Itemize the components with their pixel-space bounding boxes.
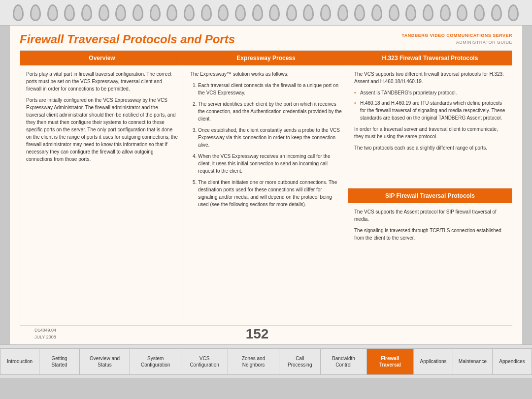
spiral-ring — [320, 4, 331, 21]
nav-getting-started[interactable]: Getting Started — [39, 348, 80, 375]
spiral-ring — [99, 4, 109, 21]
step-4: When the VCS Expressway receives an inco… — [198, 153, 342, 175]
sip-header: SIP Firewall Traversal Protocols — [348, 188, 512, 203]
bottom-nav: Introduction Getting Started Overview an… — [0, 344, 532, 378]
expressway-intro: The Expressway™ solution works as follow… — [190, 70, 342, 78]
spiral-ring — [64, 4, 75, 21]
h323-bullet-1: Assent is TANDBERG's proprietary protoco… — [354, 89, 506, 96]
nav-call-processing[interactable]: Call Processing — [279, 348, 321, 375]
doc-date: JULY 2008 — [34, 334, 56, 341]
sip-para-2: The signaling is traversed through TCP/T… — [354, 227, 506, 242]
h323-bullet-2: H.460.18 and H.460.19 are ITU standards … — [354, 99, 506, 122]
step-1: Each traversal client connects via the f… — [198, 82, 342, 96]
nav-overview-status[interactable]: Overview and Status — [80, 348, 130, 375]
overview-header: Overview — [20, 51, 184, 65]
spiral-ring — [218, 4, 229, 21]
spiral-ring — [389, 4, 399, 21]
nav-applications[interactable]: Applications — [414, 348, 453, 375]
sip-section: SIP Firewall Traversal Protocols The VCS… — [348, 188, 512, 326]
expressway-column: Expressway Process The Expressway™ solut… — [184, 50, 348, 326]
spiral-ring — [286, 4, 297, 21]
spiral-ring — [235, 4, 246, 21]
nav-zones-neighbors[interactable]: Zones and Neighbors — [228, 348, 280, 375]
spiral-ring — [508, 4, 519, 21]
spiral-ring — [371, 4, 382, 21]
step-5: The client then initiates one or more ou… — [198, 179, 342, 208]
expressway-steps: Each traversal client connects via the f… — [190, 82, 342, 208]
spiral-ring — [423, 4, 433, 21]
h323-header: H.323 Firewall Traversal Protocols — [348, 51, 512, 65]
page-footer: D14049.04 JULY 2008 152 — [20, 326, 512, 341]
spiral-ring — [115, 4, 126, 21]
nav-vcs-configuration[interactable]: VCS Configuration — [181, 348, 228, 375]
sip-body: The VCS supports the Assent protocol for… — [348, 203, 512, 250]
overview-column: Overview Ports play a vital part in fire… — [20, 50, 184, 326]
page-content: Firewall Traversal Protocols and Ports T… — [10, 26, 522, 344]
overview-para-1: Ports play a vital part in firewall trav… — [26, 70, 178, 92]
sip-para-1: The VCS supports the Assent protocol for… — [354, 208, 506, 223]
spiral-ring — [184, 4, 195, 21]
overview-body: Ports play a vital part in firewall trav… — [20, 65, 184, 172]
spiral-binding — [0, 0, 532, 26]
spiral-ring — [13, 4, 24, 21]
brand-subtitle: ADMINISTRATOR GUIDE — [401, 39, 512, 46]
doc-id: D14049.04 — [34, 327, 56, 334]
nav-maintenance[interactable]: Maintenance — [453, 348, 493, 375]
spiral-ring — [440, 4, 451, 21]
spiral-ring — [133, 4, 143, 21]
spiral-ring — [81, 4, 92, 21]
nav-introduction[interactable]: Introduction — [0, 348, 39, 375]
page-title: Firewall Traversal Protocols and Ports — [20, 32, 235, 46]
h323-section: H.323 Firewall Traversal Protocols The V… — [348, 51, 512, 188]
spiral-ring — [30, 4, 41, 21]
step-2: The server identifies each client by the… — [198, 100, 342, 123]
overview-para-2: Ports are initially configured on the VC… — [26, 96, 178, 163]
h323-para-2: The two protocols each use a slightly di… — [354, 144, 506, 152]
spiral-ring — [201, 4, 212, 21]
spiral-ring — [354, 4, 365, 21]
content-area: Overview Ports play a vital part in fire… — [20, 50, 512, 326]
spiral-ring — [303, 4, 314, 21]
h323-para-1: In order for a traversal server and trav… — [354, 125, 506, 140]
spiral-ring — [166, 4, 177, 21]
brand-name: TANDBERG VIDEO COMMUNICATIONS SERVER — [401, 32, 512, 39]
page-number: 152 — [246, 326, 269, 342]
nav-appendices[interactable]: Appendices — [493, 348, 532, 375]
protocols-column: H.323 Firewall Traversal Protocols The V… — [348, 50, 512, 326]
spiral-ring — [269, 4, 280, 21]
spiral-ring — [405, 4, 416, 21]
spiral-ring — [491, 4, 502, 21]
spiral-ring — [150, 4, 161, 21]
spiral-ring — [474, 4, 485, 21]
doc-info: D14049.04 JULY 2008 — [34, 327, 56, 340]
spiral-ring — [337, 4, 348, 21]
nav-bandwidth-control[interactable]: Bandwidth Control — [321, 348, 367, 375]
nav-system-configuration[interactable]: System Configuration — [130, 348, 181, 375]
nav-firewall-traversal[interactable]: Firewall Traversal — [367, 348, 414, 375]
page-header: Firewall Traversal Protocols and Ports T… — [10, 26, 522, 50]
expressway-body: The Expressway™ solution works as follow… — [184, 65, 348, 217]
h323-intro: The VCS supports two different firewall … — [354, 70, 506, 85]
step-3: Once established, the client constantly … — [198, 126, 342, 149]
h323-bullets: Assent is TANDBERG's proprietary protoco… — [354, 89, 506, 122]
brand-info: TANDBERG VIDEO COMMUNICATIONS SERVER ADM… — [401, 32, 512, 46]
spiral-ring — [457, 4, 467, 21]
spiral-ring — [252, 4, 263, 21]
spiral-ring — [47, 4, 58, 21]
expressway-header: Expressway Process — [184, 51, 348, 65]
h323-body: The VCS supports two different firewall … — [348, 65, 512, 160]
